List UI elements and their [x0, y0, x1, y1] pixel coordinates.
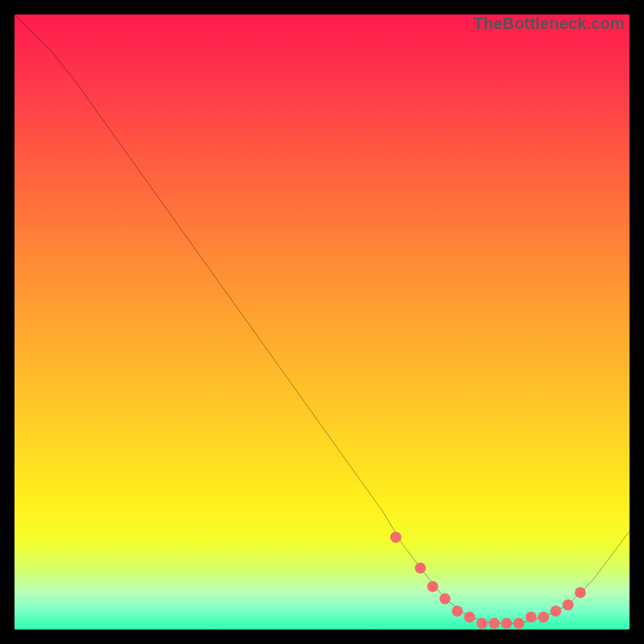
marker-dot	[514, 617, 525, 629]
marker-dot	[427, 581, 439, 592]
marker-dot	[477, 617, 488, 629]
marker-dot	[501, 617, 512, 629]
marker-dot	[550, 605, 561, 617]
curve-markers	[390, 532, 586, 630]
marker-dot	[415, 563, 426, 574]
marker-dot	[526, 612, 537, 623]
marker-dot	[464, 612, 475, 623]
marker-dot	[575, 587, 586, 598]
chart-frame: TheBottleneck.com	[0, 0, 644, 644]
marker-dot	[452, 605, 463, 617]
marker-dot	[538, 612, 549, 623]
marker-dot	[390, 532, 402, 543]
curve-line	[14, 14, 630, 623]
marker-dot	[489, 617, 500, 629]
marker-dot	[440, 593, 451, 605]
marker-dot	[563, 600, 574, 611]
chart-svg	[14, 14, 630, 630]
bottleneck-curve	[14, 14, 630, 623]
plot-area: TheBottleneck.com	[14, 14, 630, 630]
